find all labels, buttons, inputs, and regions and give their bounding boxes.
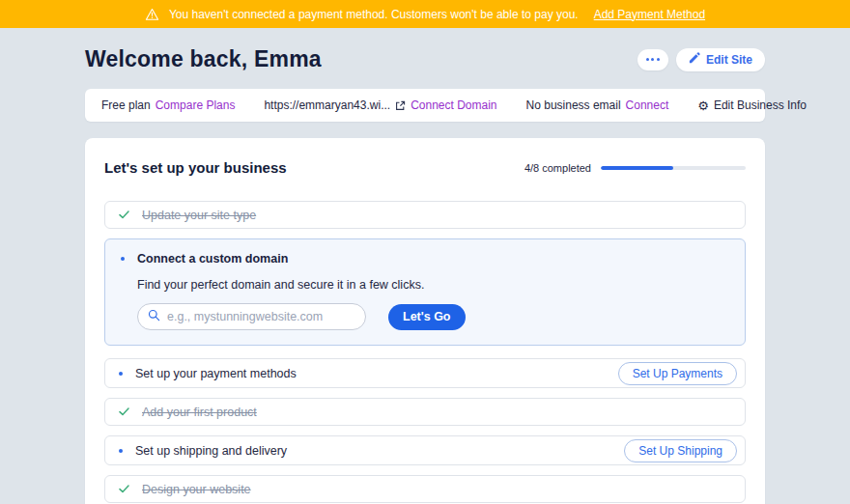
edit-site-button[interactable]: Edit Site bbox=[676, 48, 765, 71]
compare-plans-link[interactable]: Compare Plans bbox=[156, 98, 236, 112]
gear-icon: ⚙ bbox=[697, 99, 709, 112]
set-up-shipping-button[interactable]: Set Up Shipping bbox=[624, 439, 737, 462]
progress-fill bbox=[601, 166, 673, 170]
task-label: Update your site type bbox=[142, 209, 256, 222]
edit-business-info[interactable]: ⚙ Edit Business Info bbox=[697, 98, 807, 112]
progress-label: 4/8 completed bbox=[524, 162, 591, 174]
business-email-group: No business email Connect bbox=[526, 98, 669, 112]
setup-checklist-card: Let's set up your business 4/8 completed… bbox=[85, 138, 765, 504]
banner-warning-text: You haven't connected a payment method. … bbox=[169, 8, 579, 21]
task-label: Set up shipping and delivery bbox=[135, 444, 287, 458]
check-icon bbox=[119, 485, 129, 493]
dashboard-page: Welcome back, Emma Edit Site Free plan bbox=[0, 46, 850, 504]
page-header: Welcome back, Emma Edit Site bbox=[85, 46, 765, 72]
set-up-payments-button[interactable]: Set Up Payments bbox=[618, 362, 737, 385]
task-row-shipping-delivery[interactable]: Set up shipping and delivery Set Up Ship… bbox=[104, 435, 746, 465]
progress-indicator: 4/8 completed bbox=[524, 162, 746, 174]
lets-go-button[interactable]: Let's Go bbox=[388, 304, 466, 330]
setup-header: Let's set up your business 4/8 completed bbox=[104, 159, 746, 176]
warning-triangle-icon bbox=[145, 8, 159, 21]
task-row-design-website[interactable]: Design your website bbox=[104, 475, 746, 503]
search-icon bbox=[148, 308, 160, 325]
todo-bullet-icon bbox=[119, 372, 123, 376]
pencil-icon bbox=[689, 52, 700, 67]
site-toolbar: Free plan Compare Plans https://emmaryan… bbox=[85, 89, 765, 122]
check-icon bbox=[119, 210, 129, 219]
header-actions: Edit Site bbox=[638, 48, 765, 71]
email-status-text: No business email bbox=[526, 98, 621, 112]
add-payment-method-link[interactable]: Add Payment Method bbox=[594, 8, 705, 21]
page-title: Welcome back, Emma bbox=[85, 46, 322, 72]
payment-warning-banner: You haven't connected a payment method. … bbox=[0, 0, 850, 28]
task-row-update-site-type[interactable]: Update your site type bbox=[104, 201, 746, 229]
ellipsis-icon bbox=[646, 58, 649, 61]
task-connect-domain-expanded: Connect a custom domain Find your perfec… bbox=[104, 238, 746, 346]
connect-email-link[interactable]: Connect bbox=[626, 98, 669, 112]
progress-bar bbox=[601, 166, 746, 170]
task-label: Add your first product bbox=[142, 406, 257, 419]
todo-bullet-icon bbox=[121, 257, 125, 261]
plan-status: Free plan Compare Plans bbox=[101, 98, 235, 112]
task-description: Find your perfect domain and secure it i… bbox=[137, 278, 729, 292]
task-label: Design your website bbox=[142, 483, 251, 496]
plan-text: Free plan bbox=[101, 98, 151, 112]
connect-domain-link[interactable]: Connect Domain bbox=[411, 98, 496, 112]
task-label: Connect a custom domain bbox=[137, 252, 288, 266]
domain-search-input[interactable] bbox=[167, 310, 355, 323]
check-icon bbox=[119, 407, 129, 416]
external-link-icon[interactable] bbox=[395, 100, 406, 111]
more-actions-button[interactable] bbox=[638, 49, 668, 70]
site-url-group: https://emmaryan43.wi... Connect Domain bbox=[264, 98, 496, 112]
edit-site-label: Edit Site bbox=[706, 53, 752, 67]
task-row-payment-methods[interactable]: Set up your payment methods Set Up Payme… bbox=[104, 358, 746, 388]
task-header[interactable]: Connect a custom domain bbox=[121, 252, 729, 266]
setup-title: Let's set up your business bbox=[104, 159, 287, 176]
domain-search-row: Let's Go bbox=[137, 303, 729, 330]
task-row-first-product[interactable]: Add your first product bbox=[104, 398, 746, 426]
site-url-text: https://emmaryan43.wi... bbox=[264, 98, 390, 112]
edit-business-info-label: Edit Business Info bbox=[714, 98, 807, 112]
task-label: Set up your payment methods bbox=[135, 367, 297, 380]
todo-bullet-icon bbox=[119, 449, 123, 453]
domain-search-box bbox=[137, 303, 366, 330]
